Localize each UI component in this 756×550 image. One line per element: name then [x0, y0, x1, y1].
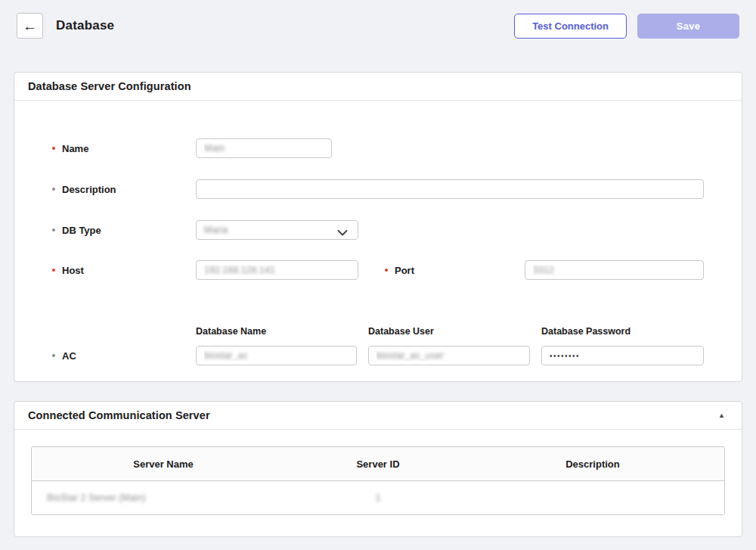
name-label: Name	[62, 143, 88, 154]
ac-row: AC	[14, 346, 742, 365]
comm-server-panel-header: Connected Communication Server ▲	[14, 402, 742, 430]
required-marker-icon	[385, 269, 388, 272]
database-password-column-header: Database Password	[541, 326, 704, 337]
chevron-down-icon	[337, 228, 348, 238]
comm-server-table-container: Server Name Server ID Description BioSta…	[14, 430, 742, 536]
port-input[interactable]	[525, 260, 704, 280]
ac-label: AC	[62, 350, 76, 362]
collapse-triangle-up-icon[interactable]: ▲	[715, 411, 728, 421]
description-label-group: Description	[14, 184, 196, 195]
server-id-cell: 1	[295, 493, 461, 503]
page-title: Database	[56, 18, 114, 33]
required-marker-icon	[52, 147, 55, 150]
ac-column-headers: Database Name Database User Database Pas…	[14, 326, 742, 337]
db-type-select[interactable]: Maria	[196, 220, 358, 240]
save-button[interactable]: Save	[637, 14, 739, 39]
db-type-label-group: DB Type	[14, 225, 196, 236]
host-label: Host	[62, 265, 84, 276]
field-marker-icon	[52, 228, 55, 231]
db-type-selected-value: Maria	[204, 225, 228, 235]
database-user-column-header: Database User	[368, 326, 541, 337]
arrow-left-icon: ←	[23, 19, 37, 33]
name-row: Name	[14, 138, 742, 158]
database-config-panel-title: Database Server Configuration	[28, 80, 191, 92]
field-marker-icon	[52, 188, 55, 191]
comm-server-table-header-row: Server Name Server ID Description	[32, 447, 724, 481]
database-config-panel: Database Server Configuration Name Descr…	[14, 72, 742, 382]
comm-server-panel: Connected Communication Server ▲ Server …	[14, 401, 742, 537]
ac-database-name-input[interactable]	[196, 346, 357, 365]
ac-database-password-input[interactable]	[541, 346, 704, 365]
host-input[interactable]	[196, 260, 358, 280]
db-type-label: DB Type	[62, 225, 101, 236]
toolbar: ← Database Test Connection Save	[14, 13, 742, 39]
ac-database-user-input[interactable]	[368, 346, 530, 365]
ac-label-group: AC	[14, 350, 196, 362]
database-name-column-header: Database Name	[196, 326, 368, 337]
server-name-header: Server Name	[32, 458, 295, 470]
host-label-group: Host	[14, 265, 196, 276]
database-config-form: Name Description DB Type Maria	[14, 138, 742, 381]
db-type-row: DB Type Maria	[14, 220, 742, 240]
server-name-cell: BioStar 2 Server (Main)	[32, 493, 295, 503]
required-marker-icon	[52, 269, 55, 272]
port-label: Port	[395, 265, 414, 276]
description-label: Description	[62, 184, 116, 195]
host-port-row: Host Port	[14, 260, 742, 280]
database-config-panel-header: Database Server Configuration	[14, 73, 742, 101]
description-header: Description	[461, 458, 724, 470]
description-input[interactable]	[196, 179, 704, 199]
table-row[interactable]: BioStar 2 Server (Main) 1	[32, 481, 724, 514]
comm-server-table: Server Name Server ID Description BioSta…	[31, 446, 725, 515]
back-button[interactable]: ←	[17, 13, 43, 39]
comm-server-panel-title: Connected Communication Server	[28, 409, 210, 421]
port-label-group: Port	[358, 265, 525, 276]
name-label-group: Name	[14, 143, 196, 154]
name-input[interactable]	[196, 138, 332, 158]
description-row: Description	[14, 179, 742, 199]
test-connection-button[interactable]: Test Connection	[514, 14, 627, 39]
server-id-header: Server ID	[295, 458, 461, 470]
field-marker-icon	[52, 354, 55, 357]
